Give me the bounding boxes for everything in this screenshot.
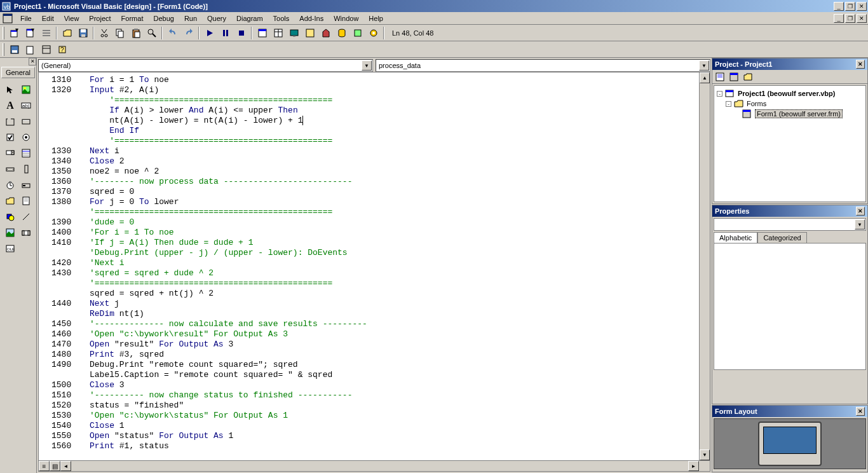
project-panel-close[interactable]: ✕ [856, 60, 865, 69]
find-button[interactable] [144, 26, 159, 40]
restore-button[interactable]: ❐ [845, 2, 855, 11]
hscrollbar-tool[interactable] [3, 161, 18, 177]
label-tool[interactable]: A [3, 98, 18, 113]
save-button[interactable] [76, 26, 90, 40]
view-object-button[interactable] [728, 71, 740, 83]
menu-run[interactable]: Run [179, 13, 202, 24]
scroll-down-button[interactable]: ▼ [700, 449, 710, 460]
data-view-button[interactable] [334, 26, 349, 40]
combobox-tool[interactable] [3, 146, 18, 161]
add-project-button[interactable]: ▾ [7, 26, 22, 40]
menu-query[interactable]: Query [202, 13, 231, 24]
add-form-button[interactable]: ▾ [23, 26, 37, 40]
start-button[interactable] [202, 26, 217, 40]
form-layout-close[interactable]: ✕ [856, 407, 865, 416]
tree-expand-icon[interactable]: - [726, 101, 731, 107]
vscrollbar-tool[interactable] [18, 161, 34, 177]
mdi-close-button[interactable]: ✕ [857, 14, 867, 23]
tree-project-node[interactable]: - Project1 (beowulf server.vbp) [717, 88, 863, 99]
dirlistbox-tool[interactable] [3, 193, 18, 209]
line-tool[interactable] [18, 209, 34, 224]
shape-tool[interactable] [3, 209, 18, 224]
scroll-up-button[interactable]: ▲ [700, 72, 710, 83]
properties-list[interactable] [714, 243, 866, 370]
optionbutton-tool[interactable] [18, 130, 34, 145]
textbox-tool[interactable]: ab| [18, 98, 34, 113]
screen-preview[interactable] [763, 427, 817, 454]
menu-addins[interactable]: Add-Ins [294, 13, 329, 24]
end-button[interactable] [234, 26, 248, 40]
picturebox-tool[interactable] [18, 82, 34, 97]
break-button[interactable] [218, 26, 233, 40]
tree-forms-folder[interactable]: - Forms [717, 99, 863, 109]
filelistbox-tool[interactable] [18, 193, 34, 209]
checkbox-tool[interactable] [3, 130, 18, 145]
dock-close-button[interactable]: ✕ [29, 58, 36, 65]
menu-view[interactable]: View [59, 13, 85, 24]
vcd-button[interactable] [366, 26, 381, 40]
tb2-btn3[interactable] [39, 43, 53, 57]
menu-help[interactable]: Help [363, 13, 388, 24]
project-explorer-button[interactable] [255, 26, 269, 40]
vertical-scrollbar[interactable]: ▲ ▼ [699, 72, 710, 460]
undo-button[interactable] [165, 26, 180, 40]
minimize-button[interactable]: _ [834, 2, 844, 11]
project-tree[interactable]: - Project1 (beowulf server.vbp) - Forms … [714, 85, 866, 202]
tb2-btn1[interactable] [7, 43, 22, 57]
component-button[interactable] [350, 26, 365, 40]
categorized-tab[interactable]: Categorized [757, 232, 806, 243]
toolbar-grip[interactable] [3, 27, 4, 39]
timer-tool[interactable] [3, 177, 18, 193]
object-combo-arrow[interactable]: ▼ [362, 60, 372, 71]
menu-edit[interactable]: Edit [37, 13, 59, 24]
procedure-combo-arrow[interactable]: ▼ [699, 60, 709, 71]
drivelistbox-tool[interactable] [18, 177, 34, 193]
object-combo[interactable]: (General) ▼ [38, 59, 373, 72]
close-button[interactable]: ✕ [857, 2, 867, 11]
prop-combo-arrow[interactable]: ▼ [855, 219, 865, 230]
toolbox-button[interactable] [318, 26, 333, 40]
menu-editor-button[interactable] [39, 26, 53, 40]
view-code-button[interactable] [714, 71, 726, 83]
view-proc-button[interactable]: ≡ [39, 461, 50, 471]
tree-form1-node[interactable]: Form1 (beowulf server.frm) [717, 109, 863, 119]
properties-panel-close[interactable]: ✕ [856, 207, 865, 216]
commandbutton-tool[interactable] [18, 114, 34, 129]
tree-expand-icon[interactable]: - [717, 91, 722, 97]
open-button[interactable] [60, 26, 74, 40]
toggle-folders-button[interactable] [742, 71, 754, 83]
form-layout-body[interactable] [714, 418, 866, 469]
paste-button[interactable] [128, 26, 143, 40]
menu-tools[interactable]: Tools [268, 13, 295, 24]
object-browser-button[interactable] [302, 26, 317, 40]
redo-button[interactable] [181, 26, 196, 40]
menu-project[interactable]: Project [84, 13, 116, 24]
form-layout-button[interactable] [287, 26, 301, 40]
menu-window[interactable]: Window [329, 13, 363, 24]
menu-format[interactable]: Format [116, 13, 149, 24]
image-tool[interactable] [3, 225, 18, 240]
ole-tool[interactable]: OLE [3, 241, 18, 256]
pointer-tool[interactable] [3, 82, 18, 97]
menu-file[interactable]: File [15, 13, 37, 24]
mdi-minimize-button[interactable]: _ [834, 14, 844, 23]
tb2-btn2[interactable] [23, 43, 37, 57]
menu-diagram[interactable]: Diagram [231, 13, 268, 24]
scroll-left-button[interactable]: ◄ [60, 461, 71, 471]
code-editor[interactable]: 1310For i = 1 To noe1320Input #2, A(i) '… [38, 72, 710, 472]
alphabetic-tab[interactable]: Alphabetic [714, 232, 757, 243]
data-tool[interactable] [18, 225, 34, 240]
tb2-btn4[interactable]: ? [55, 43, 69, 57]
scroll-right-button[interactable]: ► [688, 461, 699, 471]
toolbar2-grip[interactable] [3, 43, 4, 56]
view-full-button[interactable]: ▤ [50, 461, 60, 471]
mdi-restore-button[interactable]: ❐ [845, 14, 855, 23]
procedure-combo[interactable]: process_data ▼ [376, 59, 710, 72]
listbox-tool[interactable] [18, 146, 34, 161]
properties-button[interactable] [271, 26, 285, 40]
horizontal-scrollbar[interactable]: ≡ ▤ ◄ ► [39, 460, 710, 471]
copy-button[interactable] [112, 26, 127, 40]
cut-button[interactable] [97, 26, 111, 40]
menu-debug[interactable]: Debug [148, 13, 179, 24]
properties-object-combo[interactable]: ▼ [714, 218, 866, 231]
